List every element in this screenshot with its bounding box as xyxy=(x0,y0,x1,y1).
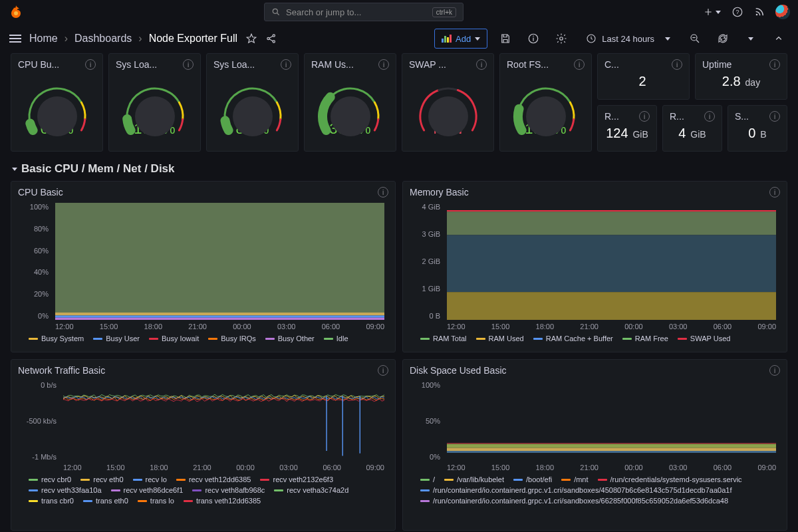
legend-item[interactable]: Busy User xyxy=(93,334,140,342)
stat-value: 2.8 day xyxy=(702,74,780,89)
info-icon[interactable]: i xyxy=(183,59,194,70)
info-icon[interactable]: i xyxy=(769,111,780,122)
svg-rect-29 xyxy=(447,235,776,292)
refresh-interval-dropdown[interactable] xyxy=(741,29,761,49)
svg-rect-36 xyxy=(447,451,776,453)
legend-item[interactable]: RAM Total xyxy=(420,334,467,342)
search-input[interactable]: Search or jump to... ctrl+k xyxy=(264,3,464,21)
legend-item[interactable]: recv lo xyxy=(133,475,167,483)
legend-item[interactable]: Busy System xyxy=(29,334,84,342)
share-icon[interactable] xyxy=(265,33,277,45)
legend-item[interactable]: Idle xyxy=(324,334,348,342)
section-header[interactable]: Basic CPU / Mem / Net / Disk xyxy=(0,157,798,181)
legend-item[interactable]: trans cbr0 xyxy=(29,497,74,505)
panel-title: Sys Loa... xyxy=(116,59,179,70)
gauge-panel-3[interactable]: RAM Us... i 30.8% xyxy=(304,53,396,152)
legend-item[interactable]: Busy IRQs xyxy=(208,334,256,342)
svg-point-0 xyxy=(14,11,18,15)
info-icon[interactable]: i xyxy=(672,59,682,70)
legend-item[interactable]: trans eth0 xyxy=(83,497,128,505)
info-icon[interactable]: i xyxy=(85,59,96,70)
breadcrumb: Home › Dashboards › Node Exporter Full xyxy=(29,33,237,45)
collapse-icon[interactable] xyxy=(769,29,789,49)
chart-panel[interactable]: CPU Basici 100%80%60%40%20%0% 12:0015:00… xyxy=(11,181,396,352)
svg-point-11 xyxy=(533,36,534,37)
chart-panel[interactable]: Memory Basici 4 GiB3 GiB2 GiB1 GiB0 B 12… xyxy=(402,181,787,352)
info-icon[interactable]: i xyxy=(769,187,780,198)
info-icon[interactable]: i xyxy=(378,365,388,376)
grafana-logo[interactable] xyxy=(8,4,24,20)
rss-icon[interactable] xyxy=(754,7,765,17)
legend-item[interactable]: SWAP Used xyxy=(678,334,731,342)
info-icon[interactable]: i xyxy=(378,187,388,198)
legend-item[interactable]: /run/credentials/systemd-sysusers.servic xyxy=(598,475,742,483)
panel-title: SWAP ... xyxy=(409,59,472,70)
legend-item[interactable]: recv vetha3c74a2d xyxy=(274,486,348,494)
legend-item[interactable]: recv veth86dce6f1 xyxy=(111,486,184,494)
info-icon[interactable]: i xyxy=(769,59,780,70)
time-range-picker[interactable]: Last 24 hours xyxy=(579,29,677,49)
legend-item[interactable]: recv veth33faa10a xyxy=(29,486,102,494)
add-menu[interactable] xyxy=(704,7,721,17)
gauge-panel-0[interactable]: CPU Bu... i 6.5% xyxy=(11,53,103,152)
refresh-icon[interactable] xyxy=(713,29,733,49)
avatar[interactable] xyxy=(775,5,790,19)
stat-panel[interactable]: C...i 2 xyxy=(597,53,690,100)
info-icon[interactable]: i xyxy=(769,365,780,376)
info-icon[interactable]: i xyxy=(704,111,715,122)
legend-item[interactable]: recv veth2132e6f3 xyxy=(260,475,333,483)
star-icon[interactable] xyxy=(245,33,257,45)
gauge-panel-5[interactable]: Root FS... i 19.0% xyxy=(499,53,592,152)
dashboard-info-icon[interactable] xyxy=(523,29,543,49)
legend-item[interactable]: /run/containerd/io.containerd.grpc.v1.cr… xyxy=(420,486,732,494)
gauge-panel-1[interactable]: Sys Loa... i 10.3% xyxy=(108,53,201,152)
legend-item[interactable]: RAM Cache + Buffer xyxy=(533,334,613,342)
stat-panel[interactable]: Uptimei 2.8 day xyxy=(695,53,787,100)
breadcrumb-home[interactable]: Home xyxy=(29,33,58,45)
menu-toggle[interactable] xyxy=(9,35,21,43)
stat-panel[interactable]: R...i 4 GiB xyxy=(662,105,722,152)
legend-item[interactable]: RAM Free xyxy=(622,334,668,342)
gauge-panel-2[interactable]: Sys Loa... i 8.9% xyxy=(206,53,299,152)
legend-item[interactable]: Busy Other xyxy=(265,334,315,342)
svg-rect-27 xyxy=(447,210,776,211)
chart-panel[interactable]: Network Traffic Basici 0 b/s-500 kb/s-1 … xyxy=(11,359,396,531)
legend-item[interactable]: / xyxy=(420,475,435,483)
settings-icon[interactable] xyxy=(551,29,571,49)
svg-point-6 xyxy=(267,37,269,39)
legend-item[interactable]: /var/lib/kubelet xyxy=(444,475,504,483)
legend-item[interactable]: trans veth12dd6385 xyxy=(184,497,261,505)
add-button[interactable]: Add xyxy=(434,29,487,49)
chart-panel[interactable]: Disk Space Used Basici 100%50%0% 12:0015… xyxy=(402,359,787,531)
legend-item[interactable]: recv eth0 xyxy=(80,475,123,483)
stat-panel[interactable]: R...i 124 GiB xyxy=(597,105,657,152)
legend-item[interactable]: recv veth12dd6385 xyxy=(176,475,251,483)
panel-icon xyxy=(442,35,452,43)
stat-value: 0 B xyxy=(735,126,780,141)
stat-panel[interactable]: S...i 0 B xyxy=(728,105,787,152)
clock-icon xyxy=(586,33,597,44)
legend-item[interactable]: /run/containerd/io.containerd.grpc.v1.cr… xyxy=(420,497,728,505)
info-icon[interactable]: i xyxy=(476,59,487,70)
legend-item[interactable]: trans lo xyxy=(138,497,174,505)
panel-title: Memory Basic xyxy=(410,187,765,198)
svg-point-18 xyxy=(135,96,175,136)
svg-point-20 xyxy=(331,96,370,136)
legend-item[interactable]: recv cbr0 xyxy=(29,475,71,483)
panel-title: Disk Space Used Basic xyxy=(410,365,765,376)
help-icon[interactable]: ? xyxy=(732,6,743,18)
info-icon[interactable]: i xyxy=(378,59,389,70)
gauge-panel-4[interactable]: SWAP ... i NaN xyxy=(402,53,494,152)
panel-title: Sys Loa... xyxy=(213,59,277,70)
legend-item[interactable]: Busy Iowait xyxy=(149,334,199,342)
legend-item[interactable]: /boot/efi xyxy=(513,475,552,483)
legend-item[interactable]: RAM Used xyxy=(476,334,524,342)
breadcrumb-dashboards[interactable]: Dashboards xyxy=(74,33,132,45)
info-icon[interactable]: i xyxy=(574,59,585,70)
legend-item[interactable]: /mnt xyxy=(561,475,588,483)
zoom-out-icon[interactable] xyxy=(685,29,705,49)
info-icon[interactable]: i xyxy=(281,59,291,70)
save-icon[interactable] xyxy=(495,29,515,49)
info-icon[interactable]: i xyxy=(639,111,650,122)
legend-item[interactable]: recv veth8afb968c xyxy=(192,486,265,494)
